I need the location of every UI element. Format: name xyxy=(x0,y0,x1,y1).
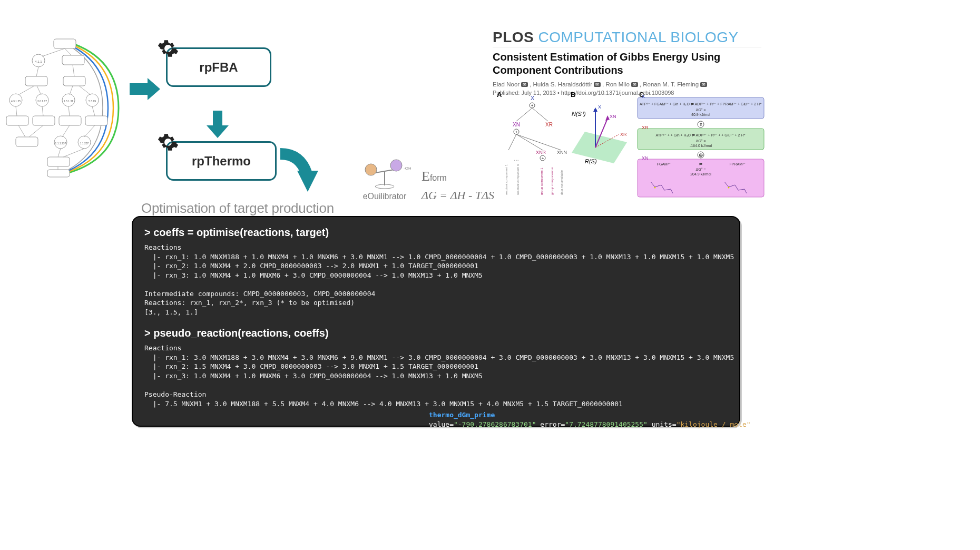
svg-text:ATP⁴⁻ +        + Gln + H₂O ⇌ A: ATP⁴⁻ + + Gln + H₂O ⇌ ADP³⁻ + Pᵢ²⁻ + + G… xyxy=(656,133,746,137)
terminal-prompt-1: > coeffs = optimise(reactions, target) xyxy=(144,225,728,240)
eform-label: form xyxy=(430,173,447,182)
svg-text:reactant component 1: reactant component 1 xyxy=(505,164,508,195)
pipeline: rpFBA xyxy=(129,47,324,87)
rpthermo-label: rpThermo xyxy=(192,154,251,169)
journal-name: PLOS COMPUTATIONAL BIOLOGY xyxy=(493,29,761,47)
svg-text:X: X xyxy=(531,95,535,101)
svg-text:XN: XN xyxy=(642,155,649,161)
arrow-between-boxes xyxy=(205,111,230,141)
svg-rect-30 xyxy=(16,137,38,146)
pipeline-caption: Optimisation of target production xyxy=(141,200,334,217)
svg-text:X: X xyxy=(642,94,645,99)
svg-line-9 xyxy=(73,65,74,76)
terminal: > coeffs = optimise(reactions, target) R… xyxy=(132,216,740,427)
svg-text:N(Sᵀ): N(Sᵀ) xyxy=(572,111,586,117)
terminal-output-2: Reactions |- rxn_1: 3.0 MNXM188 + 3.0 MN… xyxy=(144,343,728,408)
svg-text:XNR: XNR xyxy=(536,150,546,155)
svg-text:FGAM²⁻: FGAM²⁻ xyxy=(657,162,671,166)
arrow-output xyxy=(279,148,321,197)
svg-line-4 xyxy=(42,48,65,56)
svg-text:XN: XN xyxy=(610,114,616,119)
svg-text:XR: XR xyxy=(545,122,553,127)
svg-marker-45 xyxy=(207,111,229,138)
gear-icon xyxy=(157,37,179,60)
svg-rect-3 xyxy=(62,55,84,65)
rpfba-node: rpFBA xyxy=(166,47,271,87)
terminal-prompt-2: > pseudo_reaction(reactions, coeffs) xyxy=(144,326,728,340)
svg-line-18 xyxy=(18,86,34,95)
svg-text:XNN: XNN xyxy=(557,150,567,155)
svg-rect-22 xyxy=(6,116,28,125)
svg-text:+: + xyxy=(515,130,518,134)
svg-marker-78 xyxy=(572,132,627,163)
svg-line-59 xyxy=(516,108,532,121)
svg-text:ATP⁴⁻ + FGAM²⁻ + Gln + H₂O ⇌ A: ATP⁴⁻ + FGAM²⁻ + Gln + H₂O ⇌ ADP³⁻ + Pᵢ²… xyxy=(640,102,762,106)
svg-text:2.6.1.17: 2.6.1.17 xyxy=(37,100,47,103)
svg-text:group component 1: group component 1 xyxy=(540,168,543,195)
svg-rect-7 xyxy=(63,76,85,86)
svg-line-29 xyxy=(92,106,95,116)
pathway-network-graph: 4.1.1 4.3.1.25 2.6.1.17 1.3.1.31 5.3.99 … xyxy=(5,37,124,179)
svg-text:XR: XR xyxy=(620,132,627,137)
svg-text:⇧: ⇧ xyxy=(699,122,703,127)
svg-text:FPRAM²⁻: FPRAM²⁻ xyxy=(730,162,746,166)
svg-marker-86 xyxy=(605,115,610,121)
svg-line-8 xyxy=(36,67,38,76)
svg-line-5 xyxy=(65,48,71,55)
svg-rect-42 xyxy=(47,170,70,177)
svg-line-40 xyxy=(58,149,61,157)
svg-point-49 xyxy=(390,160,402,171)
thermo-formulae: Eform ΔG = ΔH - TΔS xyxy=(422,169,494,202)
svg-line-60 xyxy=(532,108,548,121)
svg-line-41 xyxy=(63,149,84,157)
svg-point-48 xyxy=(365,164,377,175)
journal-plos: PLOS xyxy=(493,29,538,45)
svg-text:-164.0 kJ/mol: -164.0 kJ/mol xyxy=(690,144,712,148)
svg-line-27 xyxy=(42,106,43,116)
svg-text:ΔG° =: ΔG° = xyxy=(696,168,706,171)
svg-line-37 xyxy=(62,125,70,137)
svg-line-65 xyxy=(508,134,516,150)
rpfba-label: rpFBA xyxy=(199,60,238,75)
svg-text:XN: XN xyxy=(513,122,520,127)
gear-icon xyxy=(157,131,179,153)
network-svg: 4.1.1 4.3.1.25 2.6.1.17 1.3.1.31 5.3.99 … xyxy=(5,37,124,179)
svg-text:…: … xyxy=(514,156,519,162)
svg-point-83 xyxy=(594,109,597,112)
svg-point-114 xyxy=(728,187,730,189)
svg-line-38 xyxy=(84,125,95,137)
journal-sub: COMPUTATIONAL BIOLOGY xyxy=(538,29,739,45)
paper-authors: Elad Noor✉, Hulda S. Haraldsdóttir✉, Ron… xyxy=(493,81,767,87)
svg-line-20 xyxy=(70,86,73,95)
svg-text:40.9 kJ/mol: 40.9 kJ/mol xyxy=(691,113,710,116)
svg-text:ΔG° =: ΔG° = xyxy=(696,108,706,112)
svg-text:-OH: -OH xyxy=(404,166,411,171)
rpthermo-node: rpThermo xyxy=(166,141,277,181)
svg-text:⇌: ⇌ xyxy=(699,162,702,166)
svg-line-19 xyxy=(37,86,41,95)
svg-line-26 xyxy=(16,106,17,116)
equilibrator-logo: -OH eOuilibrator xyxy=(353,158,416,201)
svg-line-28 xyxy=(68,106,70,116)
svg-rect-39 xyxy=(47,157,70,166)
svg-line-36 xyxy=(29,125,43,137)
svg-line-35 xyxy=(18,125,25,137)
thermo-result: thermo_dGm_prime value="-790.27862867837… xyxy=(429,410,728,429)
svg-text:XR: XR xyxy=(642,125,649,130)
svg-line-21 xyxy=(79,86,91,95)
gibbs-equation: ΔG = ΔH - TΔS xyxy=(422,189,494,202)
svg-text:+: + xyxy=(531,103,534,108)
svg-rect-25 xyxy=(85,116,107,125)
svg-text:1.3.1.31: 1.3.1.31 xyxy=(64,100,73,103)
svg-rect-24 xyxy=(59,116,81,125)
svg-text:4.3.1.25: 4.3.1.25 xyxy=(11,100,21,103)
svg-text:R(S): R(S) xyxy=(585,158,597,164)
svg-text:X: X xyxy=(598,104,601,110)
plos-figure: A B C X + XN XR + XNR XNN reactant compo… xyxy=(493,90,767,200)
terminal-output-1: Reactions |- rxn_1: 1.0 MNXM188 + 1.0 MN… xyxy=(144,243,728,317)
svg-marker-46 xyxy=(297,171,318,192)
svg-point-113 xyxy=(654,187,656,189)
svg-text:4.1.1: 4.1.1 xyxy=(35,60,42,63)
svg-text:A: A xyxy=(497,91,502,99)
svg-text:ΔG° =: ΔG° = xyxy=(696,139,706,143)
